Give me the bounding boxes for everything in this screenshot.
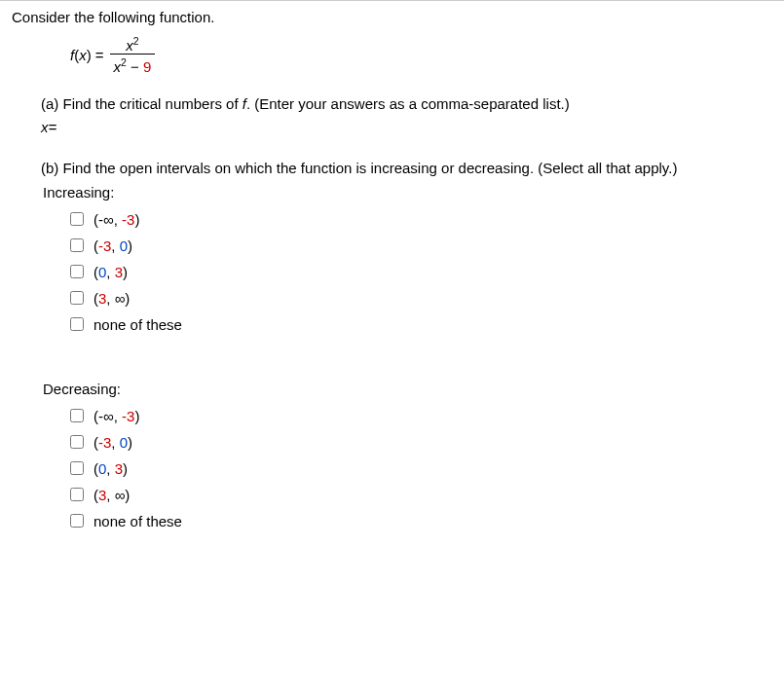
- opt-close: ): [123, 460, 128, 477]
- opt-red: -3: [122, 211, 134, 228]
- formula-numerator: x2: [122, 35, 142, 54]
- increasing-checkbox-2[interactable]: [70, 238, 84, 252]
- den-minus: −: [127, 58, 143, 75]
- opt-close: ): [134, 408, 139, 424]
- decreasing-checkbox-4[interactable]: [70, 488, 84, 501]
- opt-close: ): [128, 434, 132, 451]
- opt-red: -3: [98, 237, 111, 254]
- decreasing-checkbox-1[interactable]: [70, 409, 84, 422]
- formula-paren-close-eq: ) =: [87, 47, 104, 63]
- formula-lhs: f(x) =: [70, 47, 104, 63]
- opt-mid: ,: [111, 237, 119, 254]
- answer-x-equals: x=: [41, 119, 56, 135]
- decreasing-option-4: (3, ∞): [70, 482, 772, 508]
- opt-red: 3: [115, 460, 123, 477]
- opt-close: ): [123, 264, 128, 280]
- part-a-answer-prompt: x=: [41, 119, 772, 135]
- decreasing-option-4-label: (3, ∞): [93, 487, 130, 503]
- part-b-text: (b) Find the open intervals on which the…: [41, 157, 772, 179]
- den-const: 9: [143, 58, 151, 75]
- decreasing-option-1-label: (-∞, -3): [93, 408, 139, 424]
- part-a-text: (a) Find the critical numbers of f. (Ent…: [41, 92, 772, 115]
- opt-blue: 0: [120, 434, 128, 451]
- increasing-option-3-label: (0, 3): [93, 264, 128, 280]
- increasing-checkbox-5[interactable]: [70, 317, 84, 331]
- function-formula: f(x) = x2 x2 − 9: [70, 35, 772, 75]
- intro-text: Consider the following function.: [12, 9, 772, 25]
- decreasing-checkbox-3[interactable]: [70, 461, 84, 475]
- increasing-option-5: none of these: [70, 311, 772, 338]
- opt-text: (-∞,: [93, 408, 122, 424]
- formula-x: x: [79, 47, 87, 63]
- part-a-suffix: . (Enter your answers as a comma-separat…: [246, 95, 570, 112]
- opt-mid: ,: [106, 460, 114, 477]
- increasing-option-4-label: (3, ∞): [93, 290, 130, 307]
- opt-red: -3: [98, 434, 111, 451]
- decreasing-option-1: (-∞, -3): [70, 403, 772, 429]
- increasing-option-5-label: none of these: [93, 316, 182, 333]
- increasing-label: Increasing:: [43, 184, 772, 201]
- decreasing-checkbox-2[interactable]: [70, 435, 84, 449]
- formula-fraction: x2 x2 − 9: [110, 35, 156, 75]
- increasing-option-4: (3, ∞): [70, 285, 772, 311]
- num-x: x: [126, 37, 133, 54]
- opt-mid: , ∞): [106, 290, 130, 307]
- opt-close: ): [128, 237, 132, 254]
- increasing-checkbox-1[interactable]: [70, 212, 84, 226]
- decreasing-option-2-label: (-3, 0): [93, 434, 132, 451]
- increasing-checkbox-3[interactable]: [70, 265, 84, 278]
- increasing-option-3: (0, 3): [70, 259, 772, 285]
- opt-red: 3: [115, 264, 123, 280]
- decreasing-checkbox-5[interactable]: [70, 514, 84, 528]
- den-x: x: [114, 58, 122, 75]
- decreasing-option-3: (0, 3): [70, 456, 772, 482]
- formula-denominator: x2 − 9: [110, 54, 156, 75]
- decreasing-options: (-∞, -3) (-3, 0) (0, 3) (3, ∞) none of t…: [70, 403, 772, 534]
- opt-mid: ,: [106, 264, 114, 280]
- opt-close: ): [134, 211, 139, 228]
- opt-mid: , ∞): [106, 487, 130, 503]
- decreasing-option-5: none of these: [70, 508, 772, 534]
- question-container: Consider the following function. f(x) = …: [0, 0, 784, 562]
- decreasing-option-2: (-3, 0): [70, 429, 772, 456]
- part-a-prefix: (a) Find the critical numbers of: [41, 95, 243, 112]
- increasing-option-2: (-3, 0): [70, 233, 772, 259]
- opt-text: (-∞,: [93, 211, 122, 228]
- num-exp: 2: [133, 35, 139, 47]
- increasing-checkbox-4[interactable]: [70, 291, 84, 305]
- increasing-option-2-label: (-3, 0): [93, 237, 132, 254]
- decreasing-option-3-label: (0, 3): [93, 460, 128, 477]
- increasing-option-1: (-∞, -3): [70, 206, 772, 233]
- decreasing-option-5-label: none of these: [93, 513, 182, 529]
- increasing-option-1-label: (-∞, -3): [93, 211, 139, 228]
- decreasing-label: Decreasing:: [43, 381, 772, 397]
- increasing-options: (-∞, -3) (-3, 0) (0, 3) (3, ∞) none of t…: [70, 206, 772, 338]
- opt-mid: ,: [111, 434, 119, 451]
- opt-red: -3: [122, 408, 134, 424]
- opt-blue: 0: [120, 237, 128, 254]
